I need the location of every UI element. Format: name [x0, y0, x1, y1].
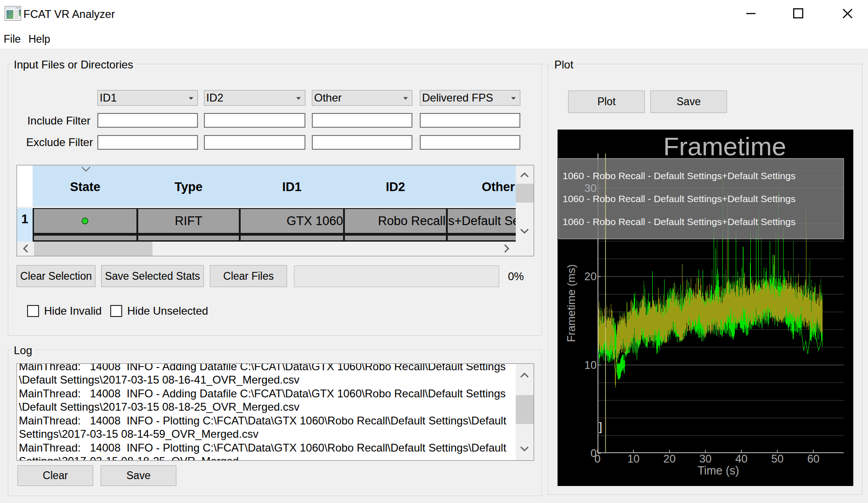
svg-text:30: 30 [584, 182, 597, 194]
svg-text:1060 - Robo Recall - Default S: 1060 - Robo Recall - Default Settings+De… [563, 193, 795, 204]
svg-text:50: 50 [771, 452, 783, 465]
svg-text:Frametime: Frametime [663, 132, 786, 161]
svg-text:20: 20 [663, 452, 676, 465]
svg-text:]: ] [599, 420, 602, 434]
svg-text:40: 40 [735, 452, 748, 465]
svg-text:1060 - Robo Recall - Default S: 1060 - Robo Recall - Default Settings+De… [563, 216, 795, 227]
svg-text:0: 0 [594, 452, 600, 465]
svg-text:10: 10 [627, 452, 640, 465]
svg-text:60: 60 [807, 452, 820, 465]
svg-text:10: 10 [584, 359, 597, 371]
svg-text:1060 - Robo Recall - Default S: 1060 - Robo Recall - Default Settings+De… [563, 170, 795, 181]
svg-text:20: 20 [584, 270, 597, 283]
svg-text:30: 30 [699, 452, 712, 465]
svg-text:Time (s): Time (s) [698, 464, 739, 477]
svg-text:Frametime (ms): Frametime (ms) [565, 264, 577, 342]
